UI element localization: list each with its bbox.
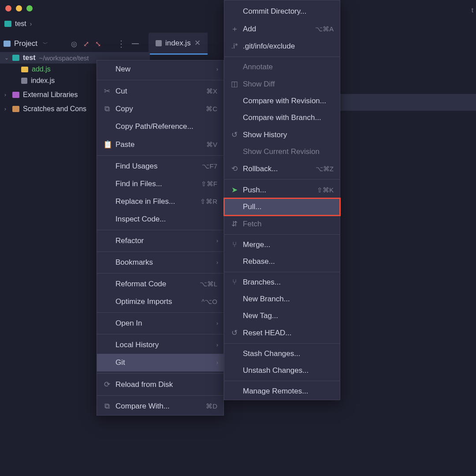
git-menu-item-compare-with-branch[interactable]: Compare with Branch... xyxy=(224,109,340,126)
context-menu[interactable]: New›✂Cut⌘X⧉Copy⌘CCopy Path/Reference...📋… xyxy=(97,60,224,416)
git-menu-item-push[interactable]: ➤Push...⇧⌘K xyxy=(224,181,340,199)
git-menu-item-new-tag[interactable]: New Tag... xyxy=(224,307,340,324)
context-menu-item-cut[interactable]: ✂Cut⌘X xyxy=(97,82,223,100)
git-menu-item-add[interactable]: ＋Add⌥⌘A xyxy=(224,20,340,38)
git-submenu[interactable]: Commit Directory...＋Add⌥⌘A.i*.git/info/e… xyxy=(224,0,340,400)
git-menu-item-fetch: ⇵Fetch xyxy=(224,215,340,232)
menu-item-label: Merge... xyxy=(243,240,334,249)
reset-icon: ↺ xyxy=(231,328,238,337)
folder-icon xyxy=(4,41,11,47)
context-menu-item-replace-in-files[interactable]: Replace in Files...⇧⌘R xyxy=(97,193,223,210)
menu-item-label: Compare with Branch... xyxy=(243,113,334,122)
project-tool-window-button[interactable]: Project ﹀ xyxy=(4,39,48,48)
file-icon xyxy=(21,78,27,84)
rollback-icon: ⟲ xyxy=(231,164,238,173)
shortcut-label: ⇧⌘R xyxy=(200,198,217,206)
menu-separator xyxy=(97,334,223,334)
reload-icon: ⟳ xyxy=(103,380,111,389)
editor-current-line xyxy=(340,94,476,111)
tab-label: index.js xyxy=(165,39,191,48)
menu-item-label: Compare With... xyxy=(115,402,201,411)
context-menu-item-refactor[interactable]: Refactor› xyxy=(97,232,223,250)
context-menu-item-paste[interactable]: 📋Paste⌘V xyxy=(97,135,223,154)
menu-separator xyxy=(224,343,340,344)
menu-item-label: Git xyxy=(115,358,217,367)
minimize-icon[interactable]: — xyxy=(132,40,139,48)
menu-item-label: Local History xyxy=(115,341,217,349)
chevron-right-icon: › xyxy=(216,342,218,348)
chevron-down-icon: ﹀ xyxy=(43,40,48,48)
context-menu-item-compare-with[interactable]: ⧉Compare With...⌘D xyxy=(97,397,223,415)
menu-item-label: Stash Changes... xyxy=(243,349,334,358)
git-menu-item-unstash-changes[interactable]: Unstash Changes... xyxy=(224,362,340,379)
git-menu-item-git-info-exclude[interactable]: .i*.git/info/exclude xyxy=(224,38,340,55)
menu-separator xyxy=(97,373,223,374)
menu-item-label: Reload from Disk xyxy=(115,380,217,389)
target-icon[interactable]: ◎ xyxy=(71,40,77,48)
shortcut-label: ⇧⌘K xyxy=(317,186,334,194)
menu-item-label: Reformat Code xyxy=(115,280,195,289)
window-zoom-icon[interactable] xyxy=(26,5,33,11)
window-close-icon[interactable] xyxy=(5,5,11,11)
menu-item-label: Commit Directory... xyxy=(243,7,334,16)
diff-icon: ◫ xyxy=(231,79,238,89)
traffic-lights[interactable] xyxy=(5,5,33,11)
context-menu-item-find-in-files[interactable]: Find in Files...⇧⌘F xyxy=(97,175,223,193)
library-icon xyxy=(12,92,19,98)
git-menu-item-branches[interactable]: ⑂Branches... xyxy=(224,274,340,291)
push-icon: ➤ xyxy=(231,185,238,195)
more-icon[interactable]: ⋮ xyxy=(117,38,126,49)
context-menu-item-copy-path-reference[interactable]: Copy Path/Reference... xyxy=(97,118,223,135)
context-menu-item-bookmarks[interactable]: Bookmarks› xyxy=(97,254,223,271)
window-minimize-icon[interactable] xyxy=(16,5,22,11)
context-menu-item-local-history[interactable]: Local History› xyxy=(97,336,223,354)
git-menu-item-pull[interactable]: Pull... xyxy=(224,199,340,215)
context-menu-item-copy[interactable]: ⧉Copy⌘C xyxy=(97,100,223,118)
collapse-icon[interactable]: ⤡ xyxy=(95,40,101,48)
menu-item-label: Push... xyxy=(243,186,312,195)
menu-item-label: Manage Remotes... xyxy=(243,387,334,396)
git-menu-item-commit-directory[interactable]: Commit Directory... xyxy=(224,3,340,20)
context-menu-item-optimize-imports[interactable]: Optimize Imports^⌥O xyxy=(97,293,223,311)
context-menu-item-reload-from-disk[interactable]: ⟳Reload from Disk xyxy=(97,375,223,394)
menu-separator xyxy=(224,272,340,272)
tab-index-js[interactable]: index.js ✕ xyxy=(149,33,208,55)
file-icon xyxy=(156,40,162,46)
chevron-right-icon: › xyxy=(30,20,32,27)
close-icon[interactable]: ✕ xyxy=(194,38,201,48)
shortcut-label: ⇧⌘F xyxy=(201,180,217,188)
git-menu-item-rebase[interactable]: Rebase... xyxy=(224,253,340,270)
git-menu-item-rollback[interactable]: ⟲Rollback...⌥⌘Z xyxy=(224,160,340,177)
tree-root-path: ~/workspace/test xyxy=(39,54,89,62)
menu-item-label: Replace in Files... xyxy=(115,197,196,206)
shortcut-label: ⌥⌘A xyxy=(315,25,334,33)
menu-item-label: New xyxy=(115,65,217,74)
history-icon: ↺ xyxy=(231,130,238,139)
chevron-right-icon: › xyxy=(4,106,9,112)
menu-separator xyxy=(97,251,223,252)
context-menu-item-reformat-code[interactable]: Reformat Code⌥⌘L xyxy=(97,275,223,293)
git-menu-item-reset-head[interactable]: ↺Reset HEAD... xyxy=(224,324,340,341)
js-file-icon xyxy=(21,67,28,72)
git-menu-item-manage-remotes[interactable]: Manage Remotes... xyxy=(224,383,340,400)
chevron-down-icon: ⌄ xyxy=(4,55,9,61)
git-menu-item-merge[interactable]: ⑂Merge... xyxy=(224,236,340,253)
menu-item-label: Annotate xyxy=(243,63,334,71)
menu-item-label: Rollback... xyxy=(243,165,311,173)
context-menu-item-inspect-code[interactable]: Inspect Code... xyxy=(97,210,223,228)
git-menu-item-new-branch[interactable]: New Branch... xyxy=(224,291,340,307)
git-menu-item-stash-changes[interactable]: Stash Changes... xyxy=(224,345,340,362)
expand-icon[interactable]: ⤢ xyxy=(83,40,89,48)
context-menu-item-find-usages[interactable]: Find Usages⌥F7 xyxy=(97,157,223,175)
context-menu-item-new[interactable]: New› xyxy=(97,60,223,78)
menu-item-label: Add xyxy=(243,25,311,34)
context-menu-item-open-in[interactable]: Open In› xyxy=(97,315,223,332)
merge-icon: ⑂ xyxy=(231,240,238,249)
git-menu-item-compare-with-revision[interactable]: Compare with Revision... xyxy=(224,93,340,109)
menu-item-label: Optimize Imports xyxy=(115,297,197,306)
tree-file-label: index.js xyxy=(31,77,55,85)
git-menu-item-show-history[interactable]: ↺Show History xyxy=(224,126,340,143)
menu-item-label: Inspect Code... xyxy=(115,215,217,224)
context-menu-item-git[interactable]: Git› xyxy=(97,354,223,371)
breadcrumb[interactable]: test › xyxy=(4,20,32,28)
